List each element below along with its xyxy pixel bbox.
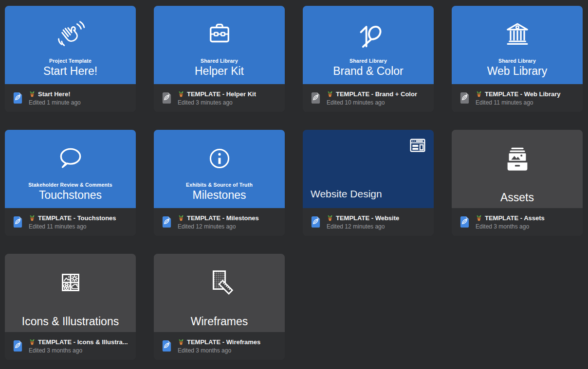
file-name: Start Here!	[29, 90, 81, 98]
card-footer: TEMPLATE - Web Library Edited 11 minutes…	[452, 84, 583, 112]
card-thumbnail: Shared Library Helper Kit	[154, 6, 285, 84]
briefcase-icon	[154, 18, 285, 51]
card-footer: TEMPLATE - Assets Edited 3 months ago	[452, 208, 583, 236]
potted-plant-icon	[327, 90, 333, 97]
file-name: TEMPLATE - Milestones	[178, 214, 259, 222]
file-name: TEMPLATE - Brand + Color	[327, 90, 417, 98]
card-thumbnail: Website Design	[303, 130, 434, 208]
card-title: Brand & Color	[303, 65, 434, 78]
potted-plant-icon	[29, 214, 36, 221]
file-card-website-design[interactable]: Website Design TEMPLATE - Website Edited…	[303, 130, 434, 236]
file-card-helper-kit[interactable]: Shared Library Helper Kit TEMPLATE - Hel…	[154, 6, 285, 112]
design-file-icon	[459, 92, 470, 104]
card-type-label: Exhibits & Source of Truth	[154, 182, 285, 188]
card-footer: TEMPLATE - Helper Kit Edited 3 minutes a…	[154, 84, 285, 112]
file-card-milestones[interactable]: Exhibits & Source of Truth Milestones TE…	[154, 130, 285, 236]
file-card-icons-illustrations[interactable]: Icons & Illustrations TEMPLATE - Icons &…	[5, 254, 136, 360]
design-file-icon	[310, 216, 321, 228]
edited-timestamp: Edited 1 minute ago	[29, 99, 81, 106]
card-thumbnail: Exhibits & Source of Truth Milestones	[154, 130, 285, 208]
edited-timestamp: Edited 11 minutes ago	[476, 99, 561, 106]
potted-plant-icon	[178, 214, 184, 221]
card-title: Web Library	[452, 65, 583, 78]
design-file-icon	[12, 340, 23, 352]
card-title: Helper Kit	[154, 65, 285, 78]
card-type-label: Project Template	[5, 58, 136, 64]
waving-hand-icon	[5, 18, 136, 51]
file-card-brand-color[interactable]: Shared Library Brand & Color TEMPLATE - …	[303, 6, 434, 112]
design-file-icon	[12, 216, 23, 228]
design-file-icon	[161, 216, 172, 228]
card-title: Assets	[452, 191, 583, 204]
card-type-label: Stakeholder Review & Comments	[5, 182, 136, 188]
ruler-paper-icon	[154, 266, 285, 299]
design-file-icon	[161, 92, 172, 104]
speech-bubble-icon	[5, 142, 136, 175]
design-file-icon	[310, 92, 321, 104]
card-thumbnail: Shared Library Web Library	[452, 6, 583, 84]
card-footer: TEMPLATE - Wireframes Edited 3 months ag…	[154, 332, 285, 360]
potted-plant-icon	[476, 214, 482, 221]
edited-timestamp: Edited 3 months ago	[476, 223, 545, 230]
file-name: TEMPLATE - Touchstones	[29, 214, 116, 222]
card-thumbnail: Project Template Start Here!	[5, 6, 136, 84]
file-card-web-library[interactable]: Shared Library Web Library TEMPLATE - We…	[452, 6, 583, 112]
card-title: Start Here!	[5, 65, 136, 78]
potted-plant-icon	[476, 90, 482, 97]
card-footer: TEMPLATE - Milestones Edited 12 minutes …	[154, 208, 285, 236]
card-footer: TEMPLATE - Brand + Color Edited 10 minut…	[303, 84, 434, 112]
card-footer: TEMPLATE - Icons & Illustra... Edited 3 …	[5, 332, 136, 360]
edited-timestamp: Edited 10 minutes ago	[327, 99, 417, 106]
card-type-label: Shared Library	[303, 58, 434, 64]
card-thumbnail: Shared Library Brand & Color	[303, 6, 434, 84]
design-file-icon	[459, 216, 470, 228]
card-title: Milestones	[154, 189, 285, 202]
card-title: Wireframes	[154, 315, 285, 328]
card-footer: TEMPLATE - Touchstones Edited 11 minutes…	[5, 208, 136, 236]
file-card-start-here[interactable]: Project Template Start Here! Start Here!…	[5, 6, 136, 112]
potted-plant-icon	[178, 338, 184, 345]
potted-plant-icon	[29, 90, 36, 97]
browser-window-icon	[409, 137, 426, 154]
file-card-wireframes[interactable]: Wireframes TEMPLATE - Wireframes Edited …	[154, 254, 285, 360]
bank-building-icon	[452, 18, 583, 51]
icons-grid-icon	[5, 266, 136, 299]
potted-plant-icon	[327, 214, 333, 221]
file-name: TEMPLATE - Helper Kit	[178, 90, 256, 98]
file-name: TEMPLATE - Icons & Illustra...	[29, 338, 128, 346]
edited-timestamp: Edited 3 months ago	[29, 347, 128, 354]
card-type-label: Shared Library	[154, 58, 285, 64]
archive-images-icon	[452, 142, 583, 175]
card-thumbnail: Assets	[452, 130, 583, 208]
edited-timestamp: Edited 11 minutes ago	[29, 223, 116, 230]
file-card-touchstones[interactable]: Stakeholder Review & Comments Touchstone…	[5, 130, 136, 236]
card-thumbnail: Stakeholder Review & Comments Touchstone…	[5, 130, 136, 208]
card-title: Touchstones	[5, 189, 136, 202]
file-name: TEMPLATE - Web Library	[476, 90, 561, 98]
file-card-assets[interactable]: Assets TEMPLATE - Assets Edited 3 months…	[452, 130, 583, 236]
brand-1p-logo-icon	[303, 18, 434, 51]
edited-timestamp: Edited 12 minutes ago	[178, 223, 259, 230]
design-file-icon	[161, 340, 172, 352]
file-card-grid: Project Template Start Here! Start Here!…	[0, 0, 588, 360]
potted-plant-icon	[29, 338, 36, 345]
card-type-label: Shared Library	[452, 58, 583, 64]
card-thumbnail: Wireframes	[154, 254, 285, 332]
design-file-icon	[12, 92, 23, 104]
card-footer: TEMPLATE - Website Edited 12 minutes ago	[303, 208, 434, 236]
card-title: Icons & Illustrations	[5, 315, 136, 328]
edited-timestamp: Edited 3 months ago	[178, 347, 260, 354]
file-name: TEMPLATE - Wireframes	[178, 338, 260, 346]
edited-timestamp: Edited 3 minutes ago	[178, 99, 256, 106]
card-footer: Start Here! Edited 1 minute ago	[5, 84, 136, 112]
file-name: TEMPLATE - Website	[327, 214, 399, 222]
card-thumbnail: Icons & Illustrations	[5, 254, 136, 332]
card-title: Website Design	[311, 188, 382, 200]
edited-timestamp: Edited 12 minutes ago	[327, 223, 399, 230]
file-name: TEMPLATE - Assets	[476, 214, 545, 222]
info-circle-icon	[154, 142, 285, 175]
potted-plant-icon	[178, 90, 184, 97]
